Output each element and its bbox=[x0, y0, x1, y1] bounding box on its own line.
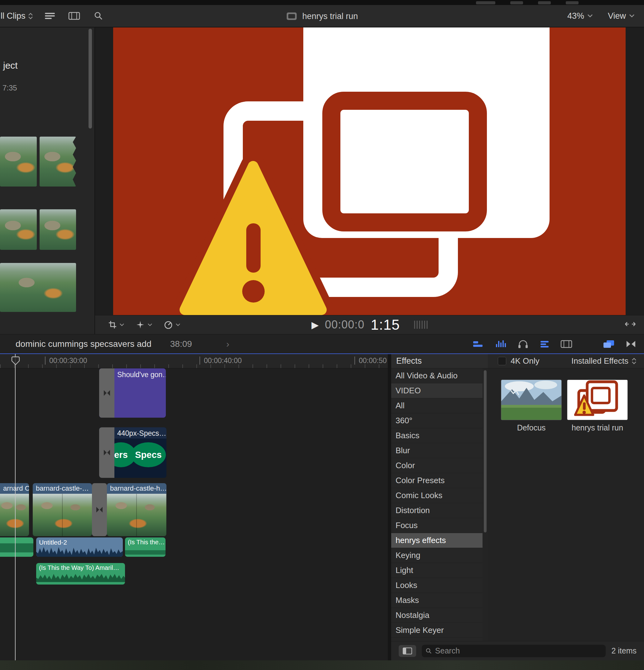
clip-filter-dropdown[interactable]: ll Clips bbox=[1, 11, 33, 21]
effects-browser-toggle[interactable] bbox=[603, 340, 615, 348]
audio-skimming-button[interactable] bbox=[518, 339, 529, 349]
timeline-clip-video[interactable]: barnard-castle-h… bbox=[107, 483, 166, 536]
effect-thumbnail[interactable] bbox=[567, 379, 628, 420]
clip-filter-label: ll Clips bbox=[1, 11, 26, 21]
lines-icon bbox=[44, 12, 55, 20]
4k-only-checkbox[interactable] bbox=[498, 357, 506, 365]
timeline-clip-title[interactable]: Should've gon… bbox=[99, 368, 166, 418]
search-input[interactable] bbox=[435, 646, 606, 655]
playhead-line[interactable] bbox=[15, 354, 16, 660]
timeline-clip-audio[interactable]: Untitled-2 bbox=[36, 537, 123, 557]
effects-search-field[interactable] bbox=[422, 645, 606, 657]
viewer-expand-button[interactable] bbox=[625, 320, 644, 329]
effects-category-light[interactable]: Light bbox=[391, 563, 482, 578]
viewer-controls-bar: ▶ 00:00:0 1:15 bbox=[95, 315, 644, 334]
viewer-panel: ▶ 00:00:0 1:15 bbox=[95, 27, 644, 334]
window-toolbar-stub bbox=[538, 1, 551, 4]
sidebar-icon bbox=[403, 647, 412, 654]
effects-category-all[interactable]: All bbox=[391, 398, 482, 413]
timeline-effects-divider[interactable] bbox=[388, 354, 391, 660]
effects-list-scrollbar[interactable] bbox=[482, 368, 488, 641]
timeline-clip-audio[interactable] bbox=[0, 537, 33, 557]
timeline-clip-video[interactable]: barnard-castle-… bbox=[33, 483, 92, 536]
clip-title-text: arnard C… bbox=[0, 483, 29, 493]
effect-item-henrys-trial-run[interactable]: henrys trial run bbox=[567, 379, 628, 432]
timeline-clip-specsavers[interactable]: 440px-Specs… ers Specs bbox=[99, 427, 166, 478]
browser-clip-thumbnail[interactable] bbox=[40, 137, 76, 187]
timeline-project-duration: 38:09 bbox=[170, 339, 192, 349]
clip-title-text: barnard-castle-… bbox=[33, 483, 92, 493]
clip-skimming-button[interactable] bbox=[560, 340, 572, 348]
audio-lanes-button[interactable] bbox=[472, 340, 484, 348]
clip-appearance-button[interactable] bbox=[42, 10, 57, 22]
transition-bowtie-icon bbox=[102, 388, 112, 398]
effects-category-video[interactable]: VIDEO bbox=[391, 383, 482, 398]
effects-tool-dropdown[interactable] bbox=[136, 320, 152, 330]
project-duration: 7:35 bbox=[2, 84, 17, 92]
installed-effects-dropdown[interactable]: Installed Effects bbox=[571, 356, 644, 366]
effects-category-nostalgia[interactable]: Nostalgia bbox=[391, 608, 482, 623]
effects-category-masks[interactable]: Masks bbox=[391, 593, 482, 608]
generator-clip-icon bbox=[286, 12, 297, 21]
window-toolbar-stub bbox=[566, 1, 578, 4]
browser-clip-thumbnail[interactable] bbox=[0, 209, 37, 250]
browser-search-button[interactable] bbox=[91, 10, 106, 22]
effects-category-list: All Video & AudioVIDEOAll360°BasicsBlurC… bbox=[391, 368, 482, 641]
effects-category-looks[interactable]: Looks bbox=[391, 578, 482, 593]
play-button[interactable]: ▶ bbox=[311, 319, 318, 330]
audio-meter-mini[interactable] bbox=[414, 321, 428, 329]
missing-effect-image bbox=[113, 27, 626, 315]
transition-bowtie-icon bbox=[95, 505, 104, 514]
effects-sidebar-toggle[interactable] bbox=[399, 645, 416, 657]
timeline-header-bar: dominic cummings specsavers add 38:09 › bbox=[0, 334, 644, 353]
transition-bowtie-icon bbox=[102, 448, 112, 457]
transition-block[interactable] bbox=[92, 483, 107, 536]
view-dropdown[interactable]: View bbox=[608, 11, 635, 21]
effects-category-simple-keyer[interactable]: Simple Keyer bbox=[391, 623, 482, 638]
timeline-history-chevron[interactable]: › bbox=[226, 339, 230, 349]
snapping-button[interactable] bbox=[539, 340, 550, 348]
browser-clip-thumbnail[interactable] bbox=[0, 137, 37, 187]
view-label: View bbox=[608, 11, 626, 21]
zoom-dropdown[interactable]: 43% bbox=[567, 11, 593, 21]
timeline-clip-audio[interactable]: (Is This the Way To) Amaril… bbox=[36, 563, 125, 585]
effects-grid: Defocus bbox=[488, 368, 644, 641]
browser-scrollbar[interactable] bbox=[88, 29, 92, 129]
timeline-clip-video[interactable]: arnard C… bbox=[0, 483, 29, 536]
effects-category-focus[interactable]: Focus bbox=[391, 518, 482, 533]
filmstrip-icon bbox=[68, 12, 80, 20]
audio-waveform-button[interactable] bbox=[495, 340, 507, 348]
missing-plugin-graphic bbox=[113, 27, 626, 315]
missing-effect-thumbnail-image bbox=[567, 380, 628, 420]
browser-clip-thumbnail[interactable] bbox=[40, 209, 76, 250]
effects-category-henrys-effects[interactable]: henrys effects bbox=[391, 533, 482, 548]
effects-category-blur[interactable]: Blur bbox=[391, 443, 482, 458]
timeline-ruler[interactable]: 00:00:30:0000:00:40:0000:00:50 bbox=[0, 354, 388, 368]
timeline-clip-audio[interactable]: (Is This the… bbox=[125, 537, 165, 557]
effect-item-defocus[interactable]: Defocus bbox=[501, 379, 562, 432]
effects-category-distortion[interactable]: Distortion bbox=[391, 503, 482, 518]
effect-thumbnail[interactable] bbox=[501, 379, 562, 420]
filmstrip-view-button[interactable] bbox=[67, 10, 82, 22]
timeline-panel[interactable]: 00:00:30:0000:00:40:0000:00:50 Should've… bbox=[0, 354, 388, 660]
effects-category-comic-looks[interactable]: Comic Looks bbox=[391, 488, 482, 503]
effect-item-label: henrys trial run bbox=[567, 423, 628, 432]
sort-chevrons-icon bbox=[28, 12, 33, 19]
playhead-pin[interactable] bbox=[11, 356, 20, 367]
effects-category-basics[interactable]: Basics bbox=[391, 428, 482, 443]
effects-category-color-presets[interactable]: Color Presets bbox=[391, 473, 482, 488]
transitions-browser-toggle[interactable] bbox=[625, 340, 636, 348]
browser-clip-thumbnail[interactable] bbox=[0, 263, 76, 312]
transition-block[interactable] bbox=[99, 427, 114, 478]
transition-block[interactable] bbox=[99, 368, 114, 418]
timeline-project-name[interactable]: dominic cummings specsavers add bbox=[16, 339, 151, 349]
chevron-down-icon bbox=[119, 323, 124, 326]
effects-category-keying[interactable]: Keying bbox=[391, 548, 482, 563]
retime-tool-dropdown[interactable] bbox=[164, 320, 180, 330]
specsavers-oval-right: Specs bbox=[131, 442, 166, 467]
effects-category-360-[interactable]: 360° bbox=[391, 413, 482, 428]
crop-tool-dropdown[interactable] bbox=[108, 320, 124, 329]
effects-category-all-video-audio[interactable]: All Video & Audio bbox=[391, 368, 482, 383]
media-browser-panel: ject 7:35 bbox=[0, 27, 95, 334]
effects-category-color[interactable]: Color bbox=[391, 458, 482, 473]
